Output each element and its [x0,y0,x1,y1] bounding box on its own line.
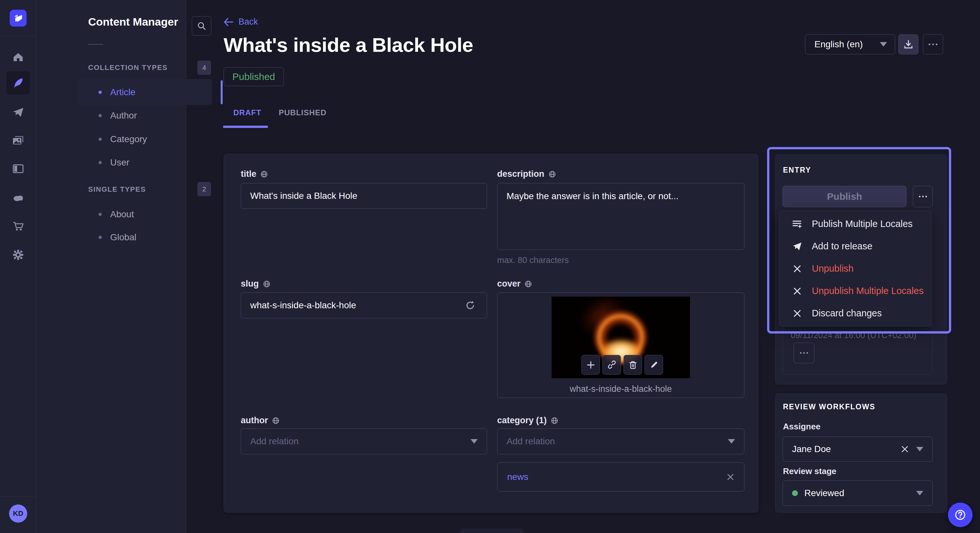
author-relation-select[interactable]: Add relation [241,428,487,454]
divider [88,44,103,45]
link-icon [607,360,616,370]
search-icon [197,21,207,31]
description-hint: max. 80 characters [497,255,569,265]
regenerate-slug-icon[interactable] [465,300,476,311]
menu-item-label: Discard changes [812,308,882,319]
sidebar-item-user[interactable]: User [78,151,212,174]
field-label-text: slug [241,279,259,289]
sidebar-item-content-manager[interactable] [6,71,30,95]
more-dots-icon [928,43,938,46]
sidebar-item-label: Author [110,110,137,121]
sidebar-item-global[interactable]: Global [78,226,212,249]
sidebar-item-category[interactable]: Category [78,128,212,151]
sidebar-item-article[interactable]: Article [78,81,212,104]
main-nav: KD [0,0,36,533]
back-link[interactable]: Back [224,17,258,27]
chevron-down-icon [916,491,923,495]
remove-relation-icon[interactable] [727,473,734,481]
description-field-label: description [497,169,556,179]
slug-input[interactable] [241,292,487,318]
field-label-text: author [241,416,268,425]
review-stage-select[interactable]: Reviewed [783,481,933,506]
cover-copy-link-button[interactable] [603,355,621,374]
more-dots-icon [800,352,808,354]
bullet-icon [99,213,102,216]
user-avatar[interactable]: KD [9,504,27,523]
entry-more-button[interactable] [913,186,933,207]
tab-published[interactable]: PUBLISHED [279,108,327,117]
sidebar-item-label: Global [110,232,137,243]
category-relation-item: news [497,462,745,492]
help-button[interactable] [948,503,972,527]
header-more-button[interactable] [923,34,943,54]
active-tab-underline [223,125,268,128]
back-label: Back [239,17,258,27]
cover-field-label: cover [497,279,532,289]
sidebar-item-settings[interactable] [6,243,30,266]
cloud-deploy-icon [12,191,25,204]
menu-item-label: Unpublish Multiple Locales [812,286,924,296]
category-relation-select[interactable]: Add relation [497,428,745,454]
entry-info-more-button[interactable] [794,343,815,363]
entry-panel-heading: ENTRY [783,166,811,174]
menu-item-publish-multiple-locales[interactable]: Publish Multiple Locales [780,213,931,235]
sidebar-item-releases[interactable] [6,101,30,124]
bullet-icon [99,114,102,117]
download-icon [904,40,913,49]
select-placeholder: Add relation [506,436,555,447]
sidebar-item-label: User [110,157,129,168]
bullet-icon [99,90,102,94]
tab-draft[interactable]: DRAFT [233,108,261,117]
subnav-title: Content Manager [88,16,178,28]
paper-plane-icon [792,241,803,251]
download-button[interactable] [898,34,918,54]
globe-icon [260,170,268,178]
hidden-content-peek [460,528,524,533]
sidebar-item-label: Article [110,87,135,97]
cover-delete-button[interactable] [624,355,642,374]
menu-item-unpublish[interactable]: Unpublish [780,257,931,280]
strapi-logo[interactable] [10,10,27,27]
content-manager-subnav: Content Manager COLLECTION TYPES 4 Artic… [36,0,186,533]
globe-icon [550,417,558,425]
cover-filename: what-s-inside-a-black-hole [497,384,745,394]
cross-icon [792,287,803,295]
globe-icon [548,170,556,178]
cover-edit-button[interactable] [644,355,663,374]
field-label-text: description [497,169,544,179]
menu-item-unpublish-multiple-locales[interactable]: Unpublish Multiple Locales [780,280,931,302]
relation-link-news[interactable]: news [507,472,528,482]
sidebar-item-deploy[interactable] [6,186,30,209]
help-question-icon [954,508,967,521]
cross-icon [792,309,803,318]
cover-add-button[interactable] [581,355,600,374]
assignee-select[interactable]: Jane Doe [783,436,933,462]
clear-assignee-icon[interactable] [900,445,909,453]
home-icon [12,51,24,63]
menu-item-discard-changes[interactable]: Discard changes [780,302,931,324]
menu-item-add-to-release[interactable]: Add to release [780,235,931,257]
sidebar-item-author[interactable]: Author [78,104,212,127]
sidebar-item-marketplace[interactable] [6,214,30,238]
chevron-down-icon [916,447,923,451]
more-dots-icon [918,195,928,198]
search-button[interactable] [192,16,211,36]
chevron-down-icon [471,439,478,444]
locale-select[interactable]: English (en) [805,34,895,54]
sidebar-item-about[interactable]: About [78,203,212,226]
sidebar-item-media-library[interactable] [6,129,30,152]
globe-icon [524,280,532,288]
menu-item-label: Add to release [812,241,872,252]
review-stage-label: Review stage [783,466,837,476]
publish-button[interactable]: Publish [783,186,907,207]
title-input[interactable] [241,183,487,209]
locale-select-value: English (en) [815,39,863,49]
add-icon [587,361,595,369]
sidebar-item-home[interactable] [6,45,30,69]
sidebar-item-content-type-builder[interactable] [6,157,30,180]
slug-field-label: slug [241,279,270,289]
edit-pencil-icon [650,361,658,369]
description-textarea[interactable]: Maybe the answer is in this article, or … [497,183,745,250]
collection-types-count-badge: 4 [197,60,211,75]
list-plus-icon [792,219,803,229]
